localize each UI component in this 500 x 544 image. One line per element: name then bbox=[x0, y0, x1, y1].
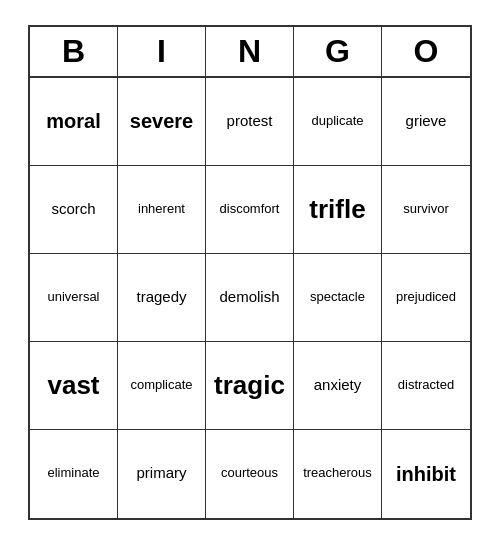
bingo-cell: distracted bbox=[382, 342, 470, 430]
cell-text: courteous bbox=[221, 466, 278, 480]
header-letter: G bbox=[294, 27, 382, 76]
bingo-cell: prejudiced bbox=[382, 254, 470, 342]
bingo-cell: complicate bbox=[118, 342, 206, 430]
cell-text: universal bbox=[47, 290, 99, 304]
bingo-grid: moralsevereprotestduplicategrievescorchi… bbox=[30, 78, 470, 518]
cell-text: anxiety bbox=[314, 377, 362, 394]
bingo-cell: tragedy bbox=[118, 254, 206, 342]
bingo-cell: moral bbox=[30, 78, 118, 166]
cell-text: tragedy bbox=[136, 289, 186, 306]
bingo-cell: survivor bbox=[382, 166, 470, 254]
header-letter: O bbox=[382, 27, 470, 76]
bingo-cell: vast bbox=[30, 342, 118, 430]
bingo-cell: demolish bbox=[206, 254, 294, 342]
cell-text: complicate bbox=[130, 378, 192, 392]
bingo-cell: grieve bbox=[382, 78, 470, 166]
bingo-cell: duplicate bbox=[294, 78, 382, 166]
bingo-cell: anxiety bbox=[294, 342, 382, 430]
cell-text: prejudiced bbox=[396, 290, 456, 304]
bingo-cell: inhibit bbox=[382, 430, 470, 518]
bingo-cell: trifle bbox=[294, 166, 382, 254]
bingo-cell: tragic bbox=[206, 342, 294, 430]
cell-text: discomfort bbox=[220, 202, 280, 216]
header-letter: B bbox=[30, 27, 118, 76]
bingo-cell: primary bbox=[118, 430, 206, 518]
bingo-cell: protest bbox=[206, 78, 294, 166]
header-letter: N bbox=[206, 27, 294, 76]
bingo-header: BINGO bbox=[30, 27, 470, 78]
cell-text: treacherous bbox=[303, 466, 372, 480]
cell-text: tragic bbox=[214, 371, 285, 400]
bingo-cell: discomfort bbox=[206, 166, 294, 254]
bingo-cell: eliminate bbox=[30, 430, 118, 518]
cell-text: trifle bbox=[309, 195, 365, 224]
bingo-cell: inherent bbox=[118, 166, 206, 254]
bingo-cell: scorch bbox=[30, 166, 118, 254]
cell-text: inherent bbox=[138, 202, 185, 216]
header-letter: I bbox=[118, 27, 206, 76]
cell-text: spectacle bbox=[310, 290, 365, 304]
cell-text: grieve bbox=[406, 113, 447, 130]
bingo-cell: severe bbox=[118, 78, 206, 166]
bingo-cell: treacherous bbox=[294, 430, 382, 518]
cell-text: scorch bbox=[51, 201, 95, 218]
cell-text: protest bbox=[227, 113, 273, 130]
cell-text: survivor bbox=[403, 202, 449, 216]
cell-text: vast bbox=[47, 371, 99, 400]
cell-text: inhibit bbox=[396, 463, 456, 485]
cell-text: moral bbox=[46, 110, 100, 132]
cell-text: severe bbox=[130, 110, 193, 132]
cell-text: eliminate bbox=[47, 466, 99, 480]
bingo-cell: courteous bbox=[206, 430, 294, 518]
cell-text: duplicate bbox=[311, 114, 363, 128]
bingo-cell: spectacle bbox=[294, 254, 382, 342]
bingo-cell: universal bbox=[30, 254, 118, 342]
bingo-card: BINGO moralsevereprotestduplicategrieves… bbox=[28, 25, 472, 520]
cell-text: primary bbox=[136, 465, 186, 482]
cell-text: distracted bbox=[398, 378, 454, 392]
cell-text: demolish bbox=[219, 289, 279, 306]
